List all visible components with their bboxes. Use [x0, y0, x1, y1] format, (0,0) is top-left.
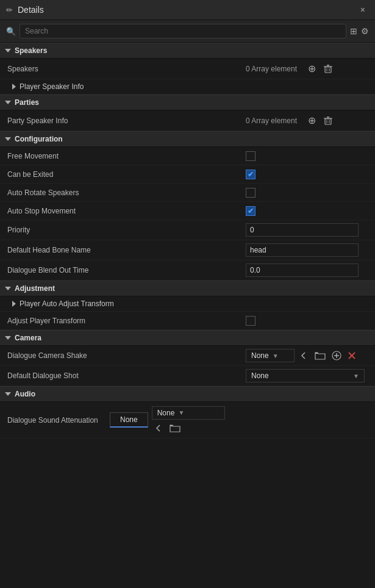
default-dialogue-shot-label: Default Dialogue Shot [7, 371, 246, 380]
player-speaker-expand-arrow [12, 84, 16, 90]
camera-shake-browse-button[interactable] [313, 350, 327, 362]
camera-shake-add-button[interactable] [330, 350, 343, 362]
audio-dropdown-group: None ▼ [152, 406, 225, 434]
parties-collapse-arrow [5, 101, 11, 104]
parties-section-content: Party Speaker Info 0 Array element ⊕ [0, 110, 375, 131]
audio-sound-attenuation-dropdown[interactable]: None ▼ [152, 406, 225, 420]
dialogue-sound-attenuation-row: Dialogue Sound Attenuation None None ▼ [0, 402, 375, 439]
add-circle-icon [332, 351, 341, 360]
audio-browse-button[interactable] [168, 422, 182, 434]
free-movement-row: Free Movement [0, 147, 375, 165]
party-speaker-delete-button[interactable] [321, 115, 335, 127]
free-movement-label: Free Movement [7, 152, 246, 160]
default-dialogue-shot-chevron-icon: ▼ [353, 373, 359, 379]
title-bar: ✏ Details × [0, 0, 375, 20]
parties-section-header[interactable]: Parties [0, 95, 375, 110]
auto-rotate-speakers-checkbox[interactable] [246, 188, 255, 198]
dialogue-blend-out-time-label: Dialogue Blend Out Time [7, 266, 246, 274]
adjustment-section-header[interactable]: Adjustment [0, 281, 375, 296]
svg-rect-5 [325, 119, 331, 124]
content-area: Speakers Speakers 0 Array element ⊕ [0, 43, 375, 439]
can-be-exited-label: Can be Exited [7, 170, 246, 179]
priority-row: Priority [0, 220, 375, 240]
dialogue-blend-out-time-input[interactable] [246, 264, 359, 277]
auto-rotate-speakers-value [246, 188, 368, 198]
auto-stop-checkmark-icon: ✔ [248, 207, 254, 215]
auto-stop-movement-row: Auto Stop Movement ✔ [0, 202, 375, 220]
speakers-array-count: 0 Array element [246, 65, 297, 73]
camera-section-header[interactable]: Camera [0, 330, 375, 346]
audio-section-header[interactable]: Audio [0, 386, 375, 402]
camera-section-content: Dialogue Camera Shake None ▼ [0, 346, 375, 386]
can-be-exited-checkbox[interactable]: ✔ [246, 170, 255, 179]
dialogue-camera-shake-label: Dialogue Camera Shake [7, 351, 246, 360]
configuration-collapse-arrow [5, 137, 11, 141]
dialogue-camera-shake-dropdown-value: None [251, 351, 269, 360]
can-be-exited-value: ✔ [246, 170, 368, 179]
adjust-player-transform-value [246, 316, 368, 326]
audio-back-icon [154, 423, 163, 433]
audio-dropdown-row-bottom [152, 422, 225, 434]
default-head-bone-name-label: Default Head Bone Name [7, 246, 246, 254]
configuration-section-header[interactable]: Configuration [0, 131, 375, 147]
speakers-section-header[interactable]: Speakers [0, 43, 375, 59]
speakers-section-content: Speakers 0 Array element ⊕ Player Speake… [0, 59, 375, 95]
search-icon: 🔍 [6, 27, 16, 36]
auto-rotate-speakers-row: Auto Rotate Speakers [0, 184, 375, 202]
auto-stop-movement-label: Auto Stop Movement [7, 207, 246, 215]
svg-rect-0 [325, 67, 331, 73]
dialogue-sound-attenuation-label: Dialogue Sound Attenuation [7, 416, 105, 425]
party-speaker-add-button[interactable]: ⊕ [305, 113, 318, 127]
default-head-bone-name-input[interactable] [246, 243, 359, 257]
pencil-icon: ✏ [6, 5, 13, 15]
window-title: Details [18, 5, 352, 15]
default-dialogue-shot-value: None ▼ [246, 369, 368, 382]
audio-dropdown-row-top: None ▼ [152, 406, 225, 420]
camera-section-label: Camera [15, 334, 41, 342]
player-auto-adjust-expand-arrow [12, 301, 16, 307]
audio-folder-icon [170, 423, 180, 433]
speakers-delete-button[interactable] [321, 63, 335, 75]
audio-back-button[interactable] [152, 422, 165, 434]
dialogue-camera-shake-row: Dialogue Camera Shake None ▼ [0, 346, 375, 366]
dialogue-sound-attenuation-none-tab[interactable]: None [110, 412, 148, 428]
camera-shake-back-button[interactable] [297, 350, 310, 362]
can-be-exited-row: Can be Exited ✔ [0, 165, 375, 184]
adjust-player-transform-checkbox[interactable] [246, 316, 255, 326]
speakers-collapse-arrow [5, 49, 11, 52]
dialogue-blend-out-time-value [246, 264, 368, 277]
player-speaker-info-label: Player Speaker Info [20, 82, 84, 91]
auto-stop-movement-checkbox[interactable]: ✔ [246, 206, 255, 216]
default-head-bone-name-value [246, 243, 368, 257]
speakers-value: 0 Array element ⊕ [246, 62, 368, 76]
settings-icon[interactable]: ⚙ [361, 26, 369, 36]
audio-sound-attenuation-dropdown-value: None [157, 409, 175, 417]
grid-view-icon[interactable]: ⊞ [350, 26, 357, 36]
priority-input[interactable] [246, 223, 359, 237]
speakers-add-button[interactable]: ⊕ [305, 62, 318, 76]
player-speaker-info-row[interactable]: Player Speaker Info [0, 79, 375, 95]
adjustment-collapse-arrow [5, 287, 11, 290]
speakers-label: Speakers [7, 65, 246, 73]
audio-collapse-arrow [5, 392, 11, 396]
audio-section-label: Audio [15, 390, 35, 398]
default-head-bone-name-row: Default Head Bone Name [0, 240, 375, 260]
camera-collapse-arrow [5, 336, 11, 340]
party-trash-icon [323, 116, 333, 126]
back-icon [299, 351, 309, 360]
audio-dropdown-chevron-icon: ▼ [178, 409, 184, 416]
dialogue-camera-shake-dropdown[interactable]: None ▼ [246, 349, 295, 362]
close-button[interactable]: × [357, 4, 369, 16]
default-dialogue-shot-dropdown[interactable]: None ▼ [246, 369, 365, 382]
player-auto-adjust-label: Player Auto Adjust Transform [20, 299, 114, 308]
dialogue-camera-shake-value: None ▼ [246, 349, 368, 362]
configuration-section-content: Free Movement Can be Exited ✔ Auto Rotat… [0, 147, 375, 281]
party-speaker-array-count: 0 Array element [246, 117, 297, 125]
adjust-player-transform-label: Adjust Player Transform [7, 317, 246, 325]
search-input[interactable] [20, 24, 346, 38]
camera-shake-remove-button[interactable] [346, 350, 358, 361]
free-movement-checkbox[interactable] [246, 151, 255, 161]
search-bar: 🔍 ⊞ ⚙ [0, 20, 375, 43]
player-auto-adjust-row[interactable]: Player Auto Adjust Transform [0, 296, 375, 312]
parties-section-label: Parties [15, 98, 39, 107]
